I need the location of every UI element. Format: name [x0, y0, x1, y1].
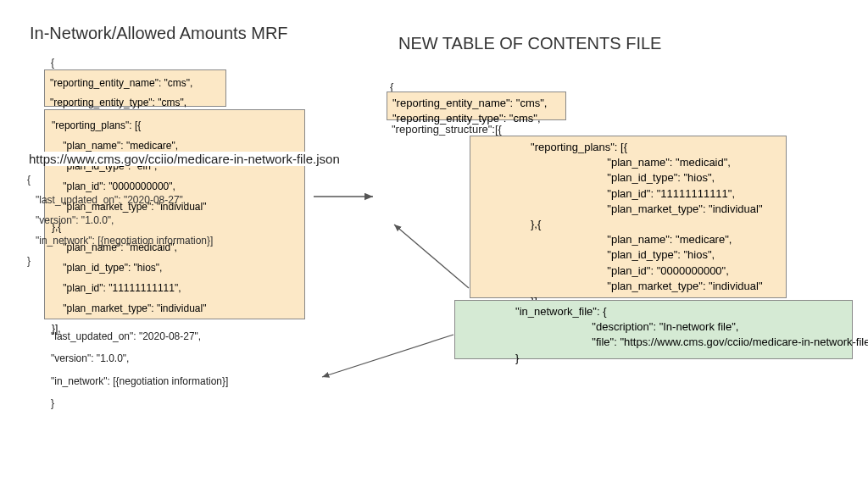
- left-entity-text: "reporting_entity_name": "cms", "reporti…: [50, 74, 220, 113]
- right-title: NEW TABLE OF CONTENTS FILE: [398, 34, 661, 53]
- arrow-down-left: [322, 335, 453, 377]
- right-plans-text: "reporting_plans": [{ "plan_name": "medi…: [476, 140, 781, 309]
- arrow-up-left: [394, 225, 469, 288]
- left-tail-lines: "last_updated_on": "2020-08-27", "versio…: [51, 325, 228, 415]
- right-file-box: "in_network_file": { "description": "In-…: [454, 300, 853, 359]
- left-open-brace: {: [51, 57, 54, 69]
- right-entity-text: "reporting_entity_name": "cms", "reporti…: [392, 96, 560, 126]
- right-file-text: "in_network_file": { "description": "In-…: [460, 304, 847, 366]
- right-structure-open: "reporting_structure":[{: [392, 123, 502, 136]
- left-overlay-body-lines: { "last_updated_on": "2020-08-27", "vers…: [27, 169, 213, 271]
- left-tail-text: "last_updated_on": "2020-08-27", "versio…: [51, 325, 228, 415]
- left-overlay-body: { "last_updated_on": "2020-08-27", "vers…: [27, 169, 213, 271]
- left-overlay-url: https://www.cms.gov/cciio/medicare-in-ne…: [27, 152, 342, 166]
- left-title: In-Network/Allowed Amounts MRF: [30, 24, 288, 43]
- right-entity-box: "reporting_entity_name": "cms", "reporti…: [387, 92, 566, 120]
- right-plans-box: "reporting_plans": [{ "plan_name": "medi…: [470, 136, 787, 298]
- left-entity-box: "reporting_entity_name": "cms", "reporti…: [44, 69, 226, 107]
